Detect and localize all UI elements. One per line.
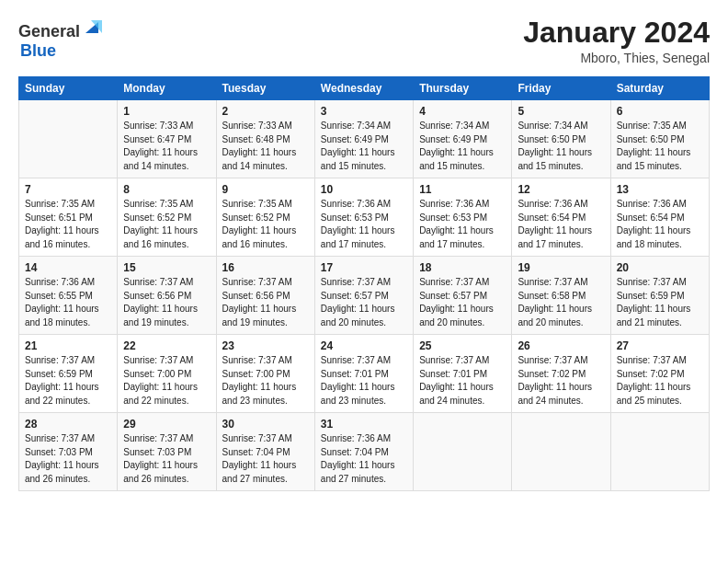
day-number: 25	[419, 339, 506, 352]
calendar-cell: 12Sunrise: 7:36 AMSunset: 6:54 PMDayligh…	[512, 178, 610, 257]
day-number: 26	[518, 339, 604, 352]
calendar-week-row: 7Sunrise: 7:35 AMSunset: 6:51 PMDaylight…	[19, 178, 710, 257]
day-detail: Sunrise: 7:37 AMSunset: 7:01 PMDaylight:…	[419, 354, 506, 408]
day-number: 22	[123, 339, 210, 352]
day-number: 20	[617, 261, 703, 274]
header-day: Wednesday	[314, 77, 413, 100]
calendar-cell: 2Sunrise: 7:33 AMSunset: 6:48 PMDaylight…	[216, 100, 314, 178]
location: Mboro, Thies, Senegal	[523, 51, 710, 65]
calendar-cell: 30Sunrise: 7:37 AMSunset: 7:04 PMDayligh…	[216, 413, 314, 491]
calendar-cell: 16Sunrise: 7:37 AMSunset: 6:56 PMDayligh…	[216, 257, 314, 335]
day-number: 10	[321, 183, 407, 196]
calendar-cell: 23Sunrise: 7:37 AMSunset: 7:00 PMDayligh…	[216, 335, 314, 413]
day-number: 8	[123, 183, 210, 196]
day-number: 31	[321, 418, 407, 431]
calendar-cell: 20Sunrise: 7:37 AMSunset: 6:59 PMDayligh…	[610, 257, 709, 335]
header-row: SundayMondayTuesdayWednesdayThursdayFrid…	[19, 77, 710, 100]
day-number: 13	[617, 183, 703, 196]
calendar-cell: 21Sunrise: 7:37 AMSunset: 6:59 PMDayligh…	[19, 335, 118, 413]
day-number: 16	[222, 261, 309, 274]
header-day: Monday	[118, 77, 216, 100]
calendar-cell: 27Sunrise: 7:37 AMSunset: 7:02 PMDayligh…	[610, 335, 709, 413]
day-number: 7	[25, 183, 111, 196]
calendar-week-row: 1Sunrise: 7:33 AMSunset: 6:47 PMDaylight…	[19, 100, 710, 178]
day-detail: Sunrise: 7:37 AMSunset: 7:02 PMDaylight:…	[617, 354, 703, 408]
day-detail: Sunrise: 7:36 AMSunset: 7:04 PMDaylight:…	[321, 432, 407, 486]
calendar-cell: 1Sunrise: 7:33 AMSunset: 6:47 PMDaylight…	[118, 100, 216, 178]
day-number: 18	[419, 261, 506, 274]
logo-wordmark: General Blue	[18, 17, 102, 61]
day-detail: Sunrise: 7:37 AMSunset: 6:57 PMDaylight:…	[321, 276, 407, 329]
page-header: General Blue January 2024 Mboro, Thies, …	[18, 17, 710, 65]
day-detail: Sunrise: 7:34 AMSunset: 6:50 PMDaylight:…	[518, 120, 604, 173]
day-number: 5	[518, 105, 604, 118]
calendar-cell	[19, 100, 118, 178]
calendar-cell: 17Sunrise: 7:37 AMSunset: 6:57 PMDayligh…	[314, 257, 413, 335]
day-number: 30	[222, 418, 309, 431]
day-detail: Sunrise: 7:35 AMSunset: 6:52 PMDaylight:…	[123, 198, 210, 251]
day-detail: Sunrise: 7:36 AMSunset: 6:54 PMDaylight:…	[518, 198, 604, 251]
day-number: 21	[25, 339, 111, 352]
calendar-cell	[414, 413, 512, 491]
logo-triangle-icon	[82, 17, 102, 37]
day-detail: Sunrise: 7:34 AMSunset: 6:49 PMDaylight:…	[419, 120, 506, 173]
calendar-body: 1Sunrise: 7:33 AMSunset: 6:47 PMDaylight…	[19, 100, 710, 491]
calendar-cell: 11Sunrise: 7:36 AMSunset: 6:53 PMDayligh…	[414, 178, 512, 257]
day-detail: Sunrise: 7:35 AMSunset: 6:50 PMDaylight:…	[617, 120, 703, 173]
day-number: 11	[419, 183, 506, 196]
day-detail: Sunrise: 7:37 AMSunset: 7:00 PMDaylight:…	[222, 354, 309, 408]
day-number: 9	[222, 183, 309, 196]
day-detail: Sunrise: 7:37 AMSunset: 7:01 PMDaylight:…	[321, 354, 407, 408]
calendar-cell: 3Sunrise: 7:34 AMSunset: 6:49 PMDaylight…	[314, 100, 413, 178]
calendar-cell: 10Sunrise: 7:36 AMSunset: 6:53 PMDayligh…	[314, 178, 413, 257]
day-detail: Sunrise: 7:35 AMSunset: 6:52 PMDaylight:…	[222, 198, 309, 251]
day-detail: Sunrise: 7:36 AMSunset: 6:54 PMDaylight:…	[617, 198, 703, 251]
header-day: Friday	[512, 77, 610, 100]
day-number: 29	[123, 418, 210, 431]
calendar-cell: 9Sunrise: 7:35 AMSunset: 6:52 PMDaylight…	[216, 178, 314, 257]
day-number: 27	[617, 339, 703, 352]
calendar-cell: 22Sunrise: 7:37 AMSunset: 7:00 PMDayligh…	[118, 335, 216, 413]
logo: General Blue	[18, 17, 102, 61]
calendar-header: SundayMondayTuesdayWednesdayThursdayFrid…	[19, 77, 710, 100]
day-detail: Sunrise: 7:37 AMSunset: 7:04 PMDaylight:…	[222, 432, 309, 486]
day-detail: Sunrise: 7:36 AMSunset: 6:53 PMDaylight:…	[321, 198, 407, 251]
day-detail: Sunrise: 7:37 AMSunset: 6:56 PMDaylight:…	[222, 276, 309, 329]
day-detail: Sunrise: 7:36 AMSunset: 6:53 PMDaylight:…	[419, 198, 506, 251]
calendar-cell: 19Sunrise: 7:37 AMSunset: 6:58 PMDayligh…	[512, 257, 610, 335]
day-number: 15	[123, 261, 210, 274]
day-detail: Sunrise: 7:37 AMSunset: 7:00 PMDaylight:…	[123, 354, 210, 408]
calendar-cell	[512, 413, 610, 491]
calendar-week-row: 14Sunrise: 7:36 AMSunset: 6:55 PMDayligh…	[19, 257, 710, 335]
day-number: 2	[222, 105, 309, 118]
day-number: 19	[518, 261, 604, 274]
calendar-cell: 15Sunrise: 7:37 AMSunset: 6:56 PMDayligh…	[118, 257, 216, 335]
title-block: January 2024 Mboro, Thies, Senegal	[523, 17, 710, 65]
logo-blue: Blue	[20, 41, 56, 60]
calendar-cell: 8Sunrise: 7:35 AMSunset: 6:52 PMDaylight…	[118, 178, 216, 257]
calendar-cell: 24Sunrise: 7:37 AMSunset: 7:01 PMDayligh…	[314, 335, 413, 413]
day-detail: Sunrise: 7:37 AMSunset: 6:57 PMDaylight:…	[419, 276, 506, 329]
calendar-cell: 6Sunrise: 7:35 AMSunset: 6:50 PMDaylight…	[610, 100, 709, 178]
calendar-cell: 28Sunrise: 7:37 AMSunset: 7:03 PMDayligh…	[19, 413, 118, 491]
calendar-cell: 14Sunrise: 7:36 AMSunset: 6:55 PMDayligh…	[19, 257, 118, 335]
month-title: January 2024	[523, 17, 710, 49]
day-detail: Sunrise: 7:37 AMSunset: 7:03 PMDaylight:…	[123, 432, 210, 486]
calendar-cell	[610, 413, 709, 491]
logo-general: General	[18, 22, 80, 40]
day-detail: Sunrise: 7:35 AMSunset: 6:51 PMDaylight:…	[25, 198, 111, 251]
calendar-cell: 25Sunrise: 7:37 AMSunset: 7:01 PMDayligh…	[414, 335, 512, 413]
calendar-cell: 18Sunrise: 7:37 AMSunset: 6:57 PMDayligh…	[414, 257, 512, 335]
header-day: Saturday	[610, 77, 709, 100]
calendar-cell: 4Sunrise: 7:34 AMSunset: 6:49 PMDaylight…	[414, 100, 512, 178]
day-detail: Sunrise: 7:37 AMSunset: 7:03 PMDaylight:…	[25, 432, 111, 486]
day-number: 24	[321, 339, 407, 352]
day-number: 6	[617, 105, 703, 118]
day-number: 1	[123, 105, 210, 118]
calendar-table: SundayMondayTuesdayWednesdayThursdayFrid…	[18, 76, 710, 491]
day-number: 23	[222, 339, 309, 352]
day-number: 14	[25, 261, 111, 274]
day-detail: Sunrise: 7:37 AMSunset: 6:59 PMDaylight:…	[617, 276, 703, 329]
calendar-cell: 7Sunrise: 7:35 AMSunset: 6:51 PMDaylight…	[19, 178, 118, 257]
calendar-cell: 5Sunrise: 7:34 AMSunset: 6:50 PMDaylight…	[512, 100, 610, 178]
